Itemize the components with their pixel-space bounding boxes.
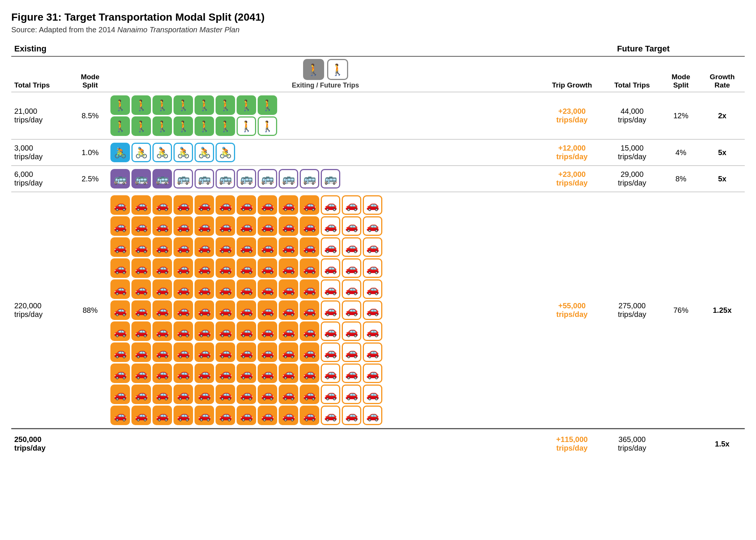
car-solid-icon: 🚗	[152, 364, 172, 383]
walk-solid-icon: 🚶	[152, 116, 172, 136]
walk-solid-icon: 🚶	[216, 116, 235, 136]
car-solid-icon: 🚗	[237, 216, 256, 236]
car-solid-icon: 🚗	[258, 216, 277, 236]
car-solid-icon: 🚗	[131, 216, 151, 236]
car-solid-icon: 🚗	[174, 216, 193, 236]
car-solid-icon: 🚗	[174, 195, 193, 215]
car-solid-icon: 🚗	[174, 300, 193, 320]
car-solid-icon: 🚗	[174, 321, 193, 341]
car-solid-icon: 🚗	[279, 364, 298, 383]
car-solid-icon: 🚗	[152, 258, 172, 278]
car-solid-icon: 🚗	[152, 237, 172, 257]
cycling-row: 3,000trips/day 1.0% 🚴 🚴 🚴 🚴 🚴 🚴 +12,000t…	[11, 139, 745, 166]
walk-outline-icon: 🚶	[237, 116, 256, 136]
car-solid-icon: 🚗	[110, 385, 130, 404]
car-solid-icon: 🚗	[237, 364, 256, 383]
car-solid-icon: 🚗	[237, 195, 256, 215]
car-solid-icon: 🚗	[279, 300, 298, 320]
car-solid-icon: 🚗	[216, 342, 235, 362]
car-outline-icon: 🚗	[342, 216, 361, 236]
walk-solid-icon: 🚶	[258, 95, 277, 115]
walking-trip-growth: +23,000trips/day	[542, 92, 602, 139]
car-solid-icon: 🚗	[279, 279, 298, 299]
car-solid-icon: 🚗	[258, 300, 277, 320]
car-solid-icon: 🚗	[152, 342, 172, 362]
walking-mode-split: 8.5%	[71, 92, 109, 139]
walk-solid-icon: 🚶	[174, 116, 193, 136]
car-solid-icon: 🚗	[174, 364, 193, 383]
car-solid-icon: 🚗	[110, 406, 130, 425]
car-growth-rate: 1.25x	[700, 192, 745, 429]
car-solid-icon: 🚗	[279, 321, 298, 341]
car-outline-icon: 🚗	[342, 342, 361, 362]
car-solid-icon: 🚗	[152, 279, 172, 299]
car-outline-icon: 🚗	[342, 237, 361, 257]
walk-solid-icon: 🚶	[152, 95, 172, 115]
car-outline-icon: 🚗	[321, 321, 340, 341]
figure-subtitle: Source: Adapted from the 2014 Nanaimo Tr…	[11, 26, 745, 34]
car-outline-icon: 🚗	[363, 385, 382, 404]
car-solid-icon: 🚗	[300, 364, 319, 383]
car-outline-icon: 🚗	[321, 300, 340, 320]
car-outline-icon: 🚗	[321, 279, 340, 299]
car-outline-icon: 🚗	[363, 321, 382, 341]
car-outline-icon: 🚗	[363, 279, 382, 299]
col-growth-rate-header: Growth Rate	[700, 56, 745, 92]
car-solid-icon: 🚗	[195, 237, 214, 257]
car-solid-icon: 🚗	[131, 279, 151, 299]
col-future-mode-header: Mode Split	[662, 56, 700, 92]
transit-solid-icon: 🚌	[131, 169, 151, 189]
transit-growth-rate: 5x	[700, 166, 745, 192]
total-trip-growth: +115,000trips/day	[542, 429, 602, 457]
car-solid-icon: 🚗	[300, 216, 319, 236]
car-solid-icon: 🚗	[300, 300, 319, 320]
col-icons-header: 🚶 🚶 Exiting / Future Trips	[109, 56, 542, 92]
car-solid-icon: 🚗	[237, 237, 256, 257]
car-solid-icon: 🚗	[216, 237, 235, 257]
car-solid-icon: 🚗	[195, 342, 214, 362]
car-solid-icon: 🚗	[110, 258, 130, 278]
transit-existing-trips: 6,000trips/day	[11, 166, 71, 192]
car-solid-icon: 🚗	[216, 364, 235, 383]
transit-solid-icon: 🚌	[152, 169, 172, 189]
car-outline-icon: 🚗	[363, 342, 382, 362]
cycling-mode-split: 1.0%	[71, 139, 109, 166]
transit-outline-icon: 🚌	[216, 169, 235, 189]
transit-solid-icon: 🚌	[110, 169, 130, 189]
car-solid-icon: 🚗	[300, 237, 319, 257]
car-solid-icon: 🚗	[110, 279, 130, 299]
car-solid-icon: 🚗	[237, 321, 256, 341]
car-solid-icon: 🚗	[110, 321, 130, 341]
car-outline-icon: 🚗	[342, 300, 361, 320]
car-solid-icon: 🚗	[279, 406, 298, 425]
walking-existing-trips: 21,000trips/day	[11, 92, 71, 139]
transit-outline-icon: 🚌	[195, 169, 214, 189]
walk-solid-icon: 🚶	[110, 116, 130, 136]
car-outline-icon: 🚗	[363, 300, 382, 320]
car-outline-icon: 🚗	[363, 216, 382, 236]
cycling-existing-trips: 3,000trips/day	[11, 139, 71, 166]
car-solid-icon: 🚗	[195, 258, 214, 278]
col-mode-split-header: Mode Split	[71, 56, 109, 92]
car-outline-icon: 🚗	[321, 258, 340, 278]
car-solid-icon: 🚗	[258, 406, 277, 425]
car-solid-icon: 🚗	[258, 385, 277, 404]
car-solid-icon: 🚗	[258, 237, 277, 257]
car-solid-icon: 🚗	[237, 385, 256, 404]
transit-outline-icon: 🚌	[237, 169, 256, 189]
car-solid-icon: 🚗	[195, 321, 214, 341]
car-solid-icon: 🚗	[131, 300, 151, 320]
car-outline-icon: 🚗	[342, 279, 361, 299]
car-solid-icon: 🚗	[195, 279, 214, 299]
car-solid-icon: 🚗	[216, 216, 235, 236]
car-solid-icon: 🚗	[216, 385, 235, 404]
car-solid-icon: 🚗	[110, 342, 130, 362]
car-outline-icon: 🚗	[363, 364, 382, 383]
car-solid-icon: 🚗	[216, 300, 235, 320]
car-outline-icon: 🚗	[342, 385, 361, 404]
car-solid-icon: 🚗	[174, 237, 193, 257]
car-solid-icon: 🚗	[131, 258, 151, 278]
car-solid-icon: 🚗	[279, 385, 298, 404]
car-solid-icon: 🚗	[300, 321, 319, 341]
car-solid-icon: 🚗	[110, 195, 130, 215]
